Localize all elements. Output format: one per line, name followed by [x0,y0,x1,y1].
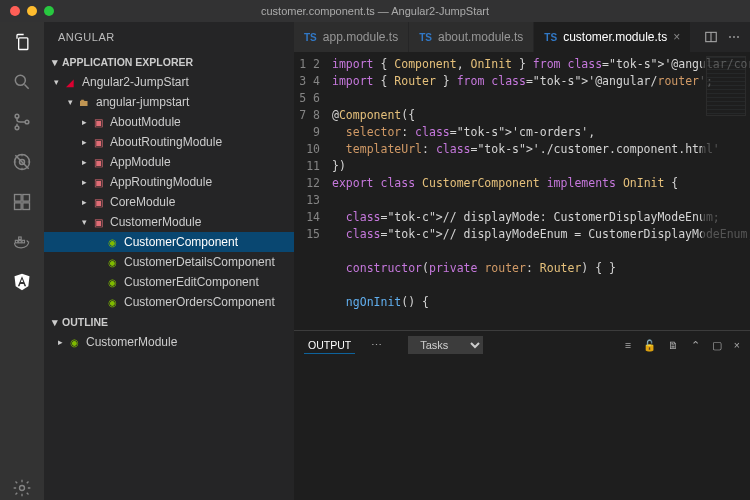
cmp-icon: ◉ [104,277,120,288]
clear-output-icon[interactable]: ≡ [625,339,631,352]
tree-module-AboutModule[interactable]: ▸▣AboutModule [44,112,294,132]
mod-icon: ▣ [90,177,106,188]
tree-component-CustomerEditComponent[interactable]: ◉CustomerEditComponent [44,272,294,292]
tree-item-label: AppModule [110,155,171,169]
tree-root[interactable]: ▾◢Angular2-JumpStart [44,72,294,92]
maximize-panel-icon[interactable]: ▢ [712,339,722,352]
fold-icon: 🖿 [76,97,92,108]
window-close[interactable] [10,6,20,16]
minimap[interactable] [702,52,750,330]
cmp-icon: ◉ [104,257,120,268]
ts-icon: TS [304,32,317,43]
tree-item-label: Angular2-JumpStart [82,75,189,89]
tree-module-AppModule[interactable]: ▸▣AppModule [44,152,294,172]
tree-item-label: CustomerOrdersComponent [124,295,275,309]
tree-item-label: CustomerModule [110,215,201,229]
svg-point-0 [15,75,25,85]
outline-tree: ▸ ◉ CustomerModule [44,332,294,352]
docker-icon[interactable] [10,230,34,254]
sidebar: ANGULAR ▾APPLICATION EXPLORER ▾◢Angular2… [44,22,294,500]
tree-item-label: CustomerComponent [124,235,238,249]
tree-project[interactable]: ▾🖿angular-jumpstart [44,92,294,112]
code-editor[interactable]: 1 2 3 4 5 6 7 8 9 10 11 12 13 14 15 impo… [294,52,750,330]
chevron-down-icon: ▾ [78,217,90,227]
section-application-explorer[interactable]: ▾APPLICATION EXPLORER [44,52,294,72]
tab-customer-module[interactable]: TScustomer.module.ts× [534,22,691,52]
window-zoom[interactable] [44,6,54,16]
tree-component-CustomerDetailsComponent[interactable]: ◉CustomerDetailsComponent [44,252,294,272]
tree-module-AppRoutingModule[interactable]: ▸▣AppRoutingModule [44,172,294,192]
lock-scroll-icon[interactable]: 🔓 [643,339,656,352]
activity-bar [0,22,44,500]
sidebar-title: ANGULAR [44,22,294,52]
panel-tab-output[interactable]: OUTPUT [304,337,355,354]
more-icon[interactable]: ⋯ [371,339,382,351]
mod-icon: ▣ [90,157,106,168]
close-panel-icon[interactable]: × [734,339,740,352]
tree-module-CoreModule[interactable]: ▸▣CoreModule [44,192,294,212]
debug-icon[interactable] [10,150,34,174]
mod-icon: ▣ [90,137,106,148]
svg-point-14 [20,486,25,491]
extensions-icon[interactable] [10,190,34,214]
chevron-up-icon[interactable]: ⌃ [691,339,700,352]
more-icon[interactable]: ⋯ [728,30,740,44]
svg-point-3 [25,120,29,124]
tree-item-label: AboutModule [110,115,181,129]
mod-icon: ▣ [90,217,106,228]
tree-module-AboutRoutingModule[interactable]: ▸▣AboutRoutingModule [44,132,294,152]
chevron-down-icon: ▾ [48,56,62,68]
section-label: APPLICATION EXPLORER [62,56,193,68]
bottom-panel: OUTPUT ⋯ Tasks ≡ 🔓 🗎 ⌃ ▢ × [294,330,750,500]
code-content[interactable]: import { Component, OnInit } from class=… [328,52,750,330]
tree-module-CustomerModule[interactable]: ▾▣CustomerModule [44,212,294,232]
outline-item[interactable]: ▸ ◉ CustomerModule [44,332,294,352]
cmp-icon: ◉ [104,237,120,248]
svg-rect-12 [22,240,25,243]
settings-gear-icon[interactable] [10,476,34,500]
output-channel-select[interactable]: Tasks [408,336,483,354]
svg-rect-7 [15,203,22,210]
explorer-icon[interactable] [10,30,34,54]
line-gutter: 1 2 3 4 5 6 7 8 9 10 11 12 13 14 15 [294,52,328,330]
tree-item-label: CustomerEditComponent [124,275,259,289]
tab-app-module[interactable]: TSapp.module.ts [294,22,409,52]
ang-icon: ◢ [62,77,78,88]
svg-rect-11 [19,240,22,243]
tab-label: about.module.ts [438,30,523,44]
chevron-right-icon: ▸ [54,337,66,347]
tab-label: customer.module.ts [563,30,667,44]
split-editor-icon[interactable] [704,30,718,44]
explorer-tree: ▾◢Angular2-JumpStart▾🖿angular-jumpstart▸… [44,72,294,312]
svg-point-2 [15,126,19,130]
section-outline[interactable]: ▾OUTLINE [44,312,294,332]
window-title: customer.component.ts — Angular2-JumpSta… [0,5,750,17]
chevron-right-icon: ▸ [78,197,90,207]
search-icon[interactable] [10,70,34,94]
tree-item-label: AppRoutingModule [110,175,212,189]
close-icon[interactable]: × [673,30,680,44]
svg-rect-6 [15,195,22,202]
chevron-down-icon: ▾ [64,97,76,107]
cmp-icon: ◉ [104,297,120,308]
titlebar: customer.component.ts — Angular2-JumpSta… [0,0,750,22]
tab-label: app.module.ts [323,30,398,44]
svg-rect-9 [23,195,30,202]
tree-item-label: AboutRoutingModule [110,135,222,149]
mod-icon: ▣ [90,117,106,128]
tree-item-label: CoreModule [110,195,175,209]
ts-icon: TS [544,32,557,43]
open-file-icon[interactable]: 🗎 [668,339,679,352]
window-minimize[interactable] [27,6,37,16]
tree-component-CustomerComponent[interactable]: ◉CustomerComponent [44,232,294,252]
svg-rect-10 [15,240,18,243]
chevron-down-icon: ▾ [50,77,62,87]
chevron-right-icon: ▸ [78,117,90,127]
tree-item-label: angular-jumpstart [96,95,189,109]
ts-icon: TS [419,32,432,43]
tree-component-CustomerOrdersComponent[interactable]: ◉CustomerOrdersComponent [44,292,294,312]
tab-about-module[interactable]: TSabout.module.ts [409,22,534,52]
source-control-icon[interactable] [10,110,34,134]
angular-icon[interactable] [10,270,34,294]
chevron-down-icon: ▾ [48,316,62,328]
